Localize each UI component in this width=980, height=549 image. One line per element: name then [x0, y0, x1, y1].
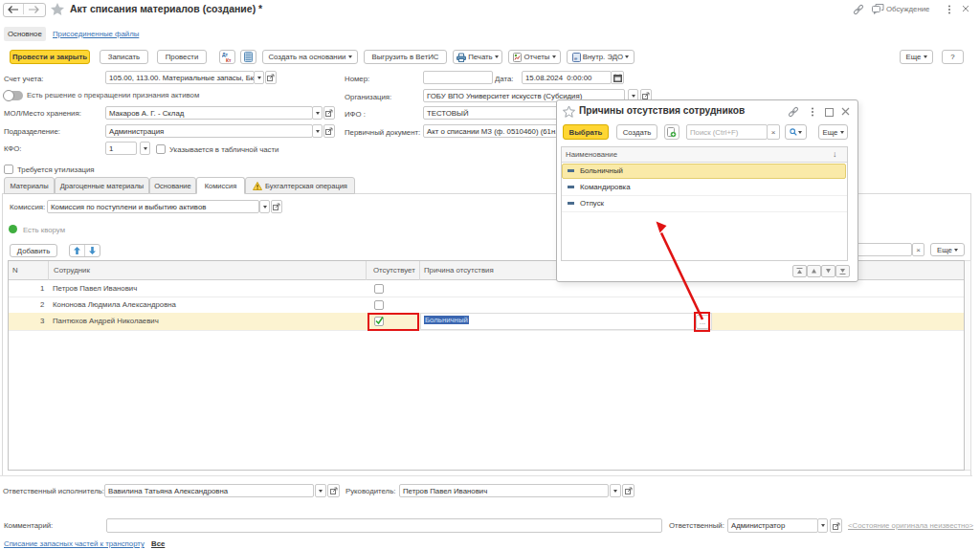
svg-text:Кт: Кт — [226, 57, 232, 63]
